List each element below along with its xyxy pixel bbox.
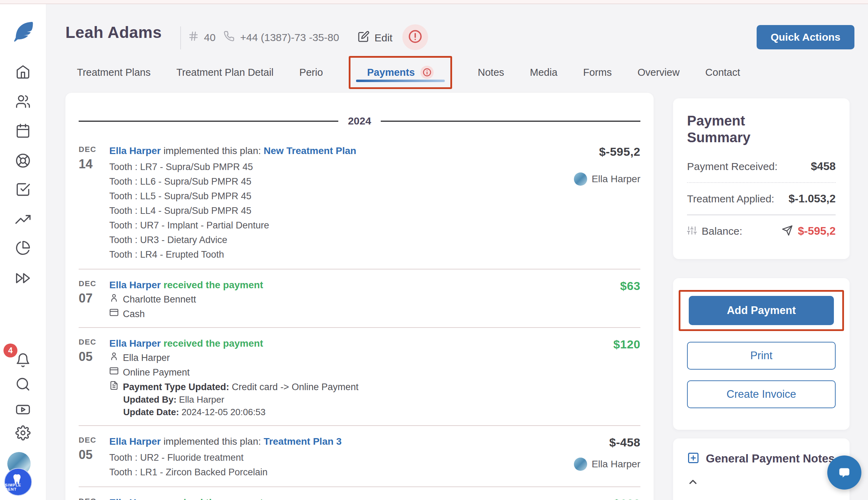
treatment-applied-value: $-1.053,2: [789, 192, 836, 205]
add-payment-button[interactable]: Add Payment: [689, 296, 834, 325]
payment-method: Cash: [123, 308, 145, 320]
entry-amount: $-458: [609, 436, 640, 449]
entry-month: DEC: [79, 279, 109, 288]
payer-name: Charlotte Bennett: [123, 293, 196, 306]
app-root: 4 SIMPLE DENT Leah Adams 40: [0, 0, 868, 500]
entry-title: Ella Harper received the payment: [109, 338, 543, 349]
tasks-icon[interactable]: [15, 182, 31, 197]
notification-badge: 4: [3, 344, 17, 357]
payer-row: Ella Harper: [109, 352, 543, 364]
payer-name: Ella Harper: [123, 352, 170, 364]
reports-icon[interactable]: [15, 240, 31, 256]
tooth-line: Tooth : LR1 - Zircon Backed Porcelain: [109, 465, 543, 479]
tab-notes[interactable]: Notes: [478, 67, 504, 78]
general-payment-notes-header[interactable]: General Payment Notes: [687, 452, 836, 466]
active-tab-underline: [356, 80, 445, 82]
quick-actions-button[interactable]: Quick Actions: [757, 25, 854, 49]
alert-circle-icon: [408, 29, 423, 45]
send-icon[interactable]: [782, 225, 793, 237]
edit-pencil-icon: [358, 31, 370, 45]
tab-forms[interactable]: Forms: [583, 67, 612, 78]
entry-date: DEC 07: [79, 279, 109, 320]
payer-row: Charlotte Bennett: [109, 293, 543, 306]
entry-amount: $100: [613, 497, 640, 500]
calendar-icon[interactable]: [15, 123, 31, 138]
patients-icon[interactable]: [15, 94, 31, 109]
chat-fab[interactable]: [827, 455, 861, 490]
edit-label: Edit: [374, 32, 393, 44]
feather-logo-icon: [11, 19, 35, 44]
method-row: Cash: [109, 308, 543, 320]
tooth-line: Tooth : LL6 - Supra/Sub PMPR 45: [109, 174, 543, 189]
tab-media[interactable]: Media: [530, 67, 558, 78]
entry-staff: Ella Harper: [574, 172, 640, 186]
general-payment-notes-card: General Payment Notes: [673, 438, 850, 500]
actor-link[interactable]: Ella Harper: [109, 145, 161, 156]
entry-date: DEC 14: [79, 145, 109, 262]
tab-payments-annotation-box: Payments: [349, 56, 452, 89]
entry-day: 14: [79, 157, 109, 171]
person-icon: [109, 293, 119, 306]
fast-forward-icon[interactable]: [15, 271, 31, 286]
phone-icon: [223, 31, 235, 44]
entry-day: 05: [79, 349, 109, 364]
tab-contact[interactable]: Contact: [705, 67, 740, 78]
credit-card-icon: [109, 366, 119, 379]
actor-link[interactable]: Ella Harper: [109, 280, 161, 290]
hash-icon: [188, 31, 199, 44]
entry-title: Ella Harper received the payment: [109, 279, 543, 291]
entry-month: DEC: [79, 436, 109, 445]
staff-avatar: [574, 172, 587, 186]
edit-button[interactable]: Edit: [358, 31, 393, 45]
entry-amount: $120: [613, 338, 640, 351]
entry-staff: Ella Harper: [574, 458, 640, 471]
actor-link[interactable]: Ella Harper: [109, 436, 161, 447]
sidebar: 4 SIMPLE DENT: [0, 4, 46, 500]
tab-treatment-plans[interactable]: Treatment Plans: [77, 67, 151, 78]
notifications-bell-icon[interactable]: [15, 353, 31, 368]
entry-month: DEC: [79, 338, 109, 347]
videos-icon[interactable]: [15, 402, 31, 417]
print-button[interactable]: Print: [687, 342, 836, 370]
entry-month: DEC: [79, 497, 109, 500]
support-icon[interactable]: [15, 153, 31, 168]
payments-info-icon[interactable]: [420, 66, 434, 79]
tooth-line: Tooth : LR7 - Supra/Sub PMPR 45: [109, 160, 543, 174]
tab-perio[interactable]: Perio: [299, 67, 323, 78]
payment-actions-card: Add Payment Print Create Invoice: [673, 278, 850, 430]
tooth-line: Tooth : LL5 - Supra/Sub PMPR 45: [109, 189, 543, 203]
person-icon: [109, 352, 119, 364]
plan-link[interactable]: Treatment Plan 3: [264, 436, 342, 447]
trends-icon[interactable]: [15, 212, 31, 227]
balance-value: $-595,2: [798, 225, 836, 237]
update-row: Payment Type Updated: Credit card -> Onl…: [109, 381, 543, 393]
payment-received-row: Payment Received: $458: [687, 151, 836, 183]
file-text-icon: [109, 381, 119, 393]
plus-square-icon[interactable]: [687, 452, 700, 466]
actor-link[interactable]: Ella Harper: [109, 497, 161, 500]
year-label: 2024: [348, 115, 371, 127]
alert-indicator[interactable]: [402, 24, 428, 50]
payment-summary-title: Payment Summary: [687, 112, 798, 146]
tab-payments[interactable]: Payments: [367, 67, 415, 78]
payment-method: Online Payment: [123, 366, 190, 379]
collapse-chevron-up-icon[interactable]: [687, 476, 700, 489]
tooth-line: Tooth : UR2 - Fluoride treatment: [109, 450, 543, 465]
create-invoice-button[interactable]: Create Invoice: [687, 380, 836, 408]
timeline-entry-plan: DEC 14 Ella Harper implemented this plan…: [79, 135, 640, 269]
home-icon[interactable]: [15, 64, 31, 79]
payment-received-value: $458: [811, 160, 836, 173]
tab-overview[interactable]: Overview: [638, 67, 680, 78]
tab-treatment-plan-detail[interactable]: Treatment Plan Detail: [176, 67, 274, 78]
settings-gear-icon[interactable]: [15, 425, 31, 441]
header-divider: [180, 26, 181, 49]
search-icon[interactable]: [15, 377, 31, 392]
payment-summary-card: Payment Summary Payment Received: $458 T…: [673, 98, 850, 259]
brand-seal[interactable]: SIMPLE DENT: [4, 468, 32, 496]
chat-bubble-icon: [836, 464, 852, 481]
actor-link[interactable]: Ella Harper: [109, 338, 161, 349]
sliders-icon: [687, 226, 697, 237]
plan-link[interactable]: New Treatment Plan: [264, 145, 356, 156]
timeline-entry-payment: DEC 07 Ella Harper received the payment …: [79, 269, 640, 327]
updated-by-row: Updated By: Ella Harper: [123, 393, 543, 406]
